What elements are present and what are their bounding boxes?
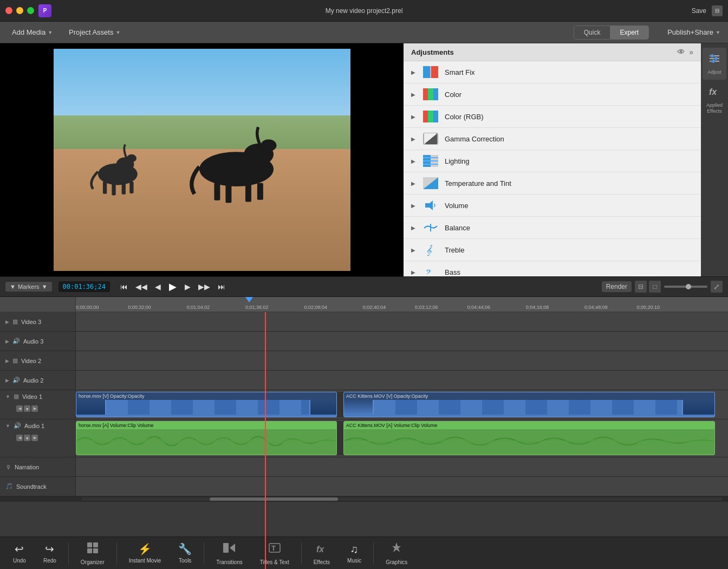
step-back-button[interactable]: ◀◀ <box>133 281 150 292</box>
video1-expand[interactable]: ▼ <box>5 394 10 399</box>
adj-item-smart-fix[interactable]: ▶ Smart Fix <box>404 61 701 83</box>
right-sidebar: Adjust fx Applied Effects <box>701 43 728 276</box>
minimize-button[interactable] <box>16 7 23 14</box>
track-soundtrack: 🎵 Soundtrack <box>0 477 728 496</box>
video1-ctrl-1[interactable]: ◀ <box>16 405 23 412</box>
lighting-arrow: ▶ <box>411 158 417 164</box>
video-clip-kittens[interactable]: ACC Kittens.MOV [V] Opacity:Opacity <box>343 392 715 418</box>
titles-text-button[interactable]: T Titles & Text <box>252 538 297 568</box>
track-audio2-content[interactable] <box>76 371 728 390</box>
play-button[interactable]: ▶ <box>166 280 180 294</box>
track-video2-content[interactable] <box>76 351 728 370</box>
video2-expand[interactable]: ▶ <box>5 358 9 364</box>
ruler-mark-4: 0;02;08;04 <box>304 305 327 310</box>
adj-item-lighting[interactable]: ▶ Lighting <box>404 150 701 172</box>
audio1-ctrl-1[interactable]: ◀ <box>16 435 23 441</box>
video1-ctrl-2[interactable]: ■ <box>24 405 30 412</box>
expand-timeline-button[interactable]: ⤢ <box>711 281 723 293</box>
scroll-thumb[interactable] <box>210 497 338 501</box>
zoom-slider[interactable] <box>664 286 707 288</box>
go-to-start-button[interactable]: ⏮ <box>118 281 131 292</box>
track-video1-content[interactable]: horse.mov [V] Opacity:Opacity ACC Kitten… <box>76 390 728 419</box>
render-button[interactable]: Render <box>602 281 632 292</box>
markers-button[interactable]: ▼ Markers ▼ <box>5 282 52 292</box>
expand-icon[interactable]: » <box>689 48 693 56</box>
scroll-track[interactable] <box>81 497 723 501</box>
video3-type-icon: ▦ <box>12 318 18 325</box>
adj-item-gamma[interactable]: ▶ Gamma Correction <box>404 128 701 150</box>
svg-rect-20 <box>423 111 428 122</box>
transitions-button[interactable]: Transitions <box>209 538 250 568</box>
video-clip-horse[interactable]: horse.mov [V] Opacity:Opacity <box>76 392 337 418</box>
transitions-label: Transitions <box>216 559 243 565</box>
organizer-button[interactable]: Organizer <box>73 538 112 568</box>
tools-button[interactable]: 🔧 Tools <box>171 539 199 567</box>
track-soundtrack-content[interactable] <box>76 477 728 496</box>
adj-item-bass[interactable]: ▶ 𝄢 Bass <box>404 261 701 276</box>
adj-item-balance[interactable]: ▶ Balance <box>404 217 701 239</box>
add-media-button[interactable]: Add Media ▼ <box>8 26 57 38</box>
adj-item-color-rgb[interactable]: ▶ Color (RGB) <box>404 106 701 128</box>
video1-ctrl-3[interactable]: ▶ <box>31 405 38 412</box>
expert-mode-button[interactable]: Expert <box>610 26 648 39</box>
quick-mode-button[interactable]: Quick <box>574 26 610 39</box>
adjust-tool[interactable]: Adjust <box>703 48 726 80</box>
audio2-expand[interactable]: ▶ <box>5 378 9 383</box>
narration-name: Narration <box>15 464 39 470</box>
svg-marker-32 <box>425 201 433 210</box>
adjust-icon <box>708 52 721 68</box>
applied-effects-label: Applied Effects <box>705 102 724 114</box>
view-controls: ⊟ □ <box>635 281 661 293</box>
graphics-button[interactable]: Graphics <box>378 538 415 568</box>
view-single-button[interactable]: □ <box>649 281 661 293</box>
track-narration-content[interactable] <box>76 457 728 476</box>
save-button[interactable]: Save <box>692 7 706 15</box>
effects-button[interactable]: fx Effects <box>306 538 337 568</box>
organizer-icon <box>86 541 99 557</box>
project-assets-button[interactable]: Project Assets ▼ <box>64 26 125 38</box>
audio1-ctrl-2[interactable]: ■ <box>24 435 30 441</box>
timeline-section: ▼ Markers ▼ 00:01:36;24 ⏮ ◀◀ ◀ ▶ ▶ ▶▶ ⏭ … <box>0 276 728 569</box>
view-split-button[interactable]: ⊟ <box>635 281 647 293</box>
applied-effects-tool[interactable]: fx Applied Effects <box>703 81 726 119</box>
bass-icon: 𝄢 <box>423 266 438 276</box>
adj-item-color[interactable]: ▶ Color <box>404 83 701 106</box>
track-audio3-content[interactable] <box>76 332 728 351</box>
redo-button[interactable]: ↪ Redo <box>36 539 64 567</box>
eye-icon[interactable]: 👁 <box>677 48 685 56</box>
audio1-expand[interactable]: ▼ <box>5 423 10 429</box>
color-arrow: ▶ <box>411 92 417 98</box>
svg-rect-6 <box>129 182 133 193</box>
step-frame-forward-button[interactable]: ▶ <box>182 281 193 292</box>
audio-clip-kittens[interactable]: ACC Kittens.MOV [A] Volume:Clip Volume <box>343 421 715 455</box>
zoom-handle[interactable] <box>686 284 691 289</box>
audio-clip-horse[interactable]: horse.mov [A] Volume:Clip Volume <box>76 421 337 455</box>
undo-button[interactable]: ↩ Undo <box>5 539 34 567</box>
ruler-mark-8: 0;04;16;08 <box>526 305 549 310</box>
publish-share-button[interactable]: Publish+Share ▼ <box>667 28 720 36</box>
go-to-end-button[interactable]: ⏭ <box>215 281 228 292</box>
instant-movie-button[interactable]: ⚡ Instant Movie <box>121 539 168 567</box>
svg-text:𝄞: 𝄞 <box>426 244 432 256</box>
audio1-ctrl-3[interactable]: ▶ <box>31 435 38 441</box>
video3-expand[interactable]: ▶ <box>5 319 9 325</box>
step-forward-button[interactable]: ▶▶ <box>196 281 213 292</box>
timeline-scroll[interactable] <box>0 496 728 502</box>
close-button[interactable] <box>5 7 12 14</box>
balance-icon <box>423 222 438 234</box>
undo-label: Undo <box>13 558 26 564</box>
step-frame-back-button[interactable]: ◀ <box>152 281 164 292</box>
panel-toggle-button[interactable]: ⊟ <box>712 5 723 16</box>
music-button[interactable]: ♫ Music <box>340 540 369 567</box>
svg-text:fx: fx <box>709 87 717 96</box>
track-audio1-content[interactable]: horse.mov [A] Volume:Clip Volume ACC Kit… <box>76 419 728 457</box>
maximize-button[interactable] <box>27 7 34 14</box>
video2-type-icon: ▦ <box>12 357 18 364</box>
adj-item-temp[interactable]: ▶ Temperature and Tint <box>404 172 701 195</box>
track-video3-content[interactable] <box>76 312 728 331</box>
track-video3: ▶ ▦ Video 3 <box>0 312 728 332</box>
audio3-expand[interactable]: ▶ <box>5 339 9 344</box>
adj-item-treble[interactable]: ▶ 𝄞 Treble <box>404 239 701 261</box>
svg-rect-11 <box>225 184 231 203</box>
adj-item-volume[interactable]: ▶ Volume <box>404 195 701 217</box>
